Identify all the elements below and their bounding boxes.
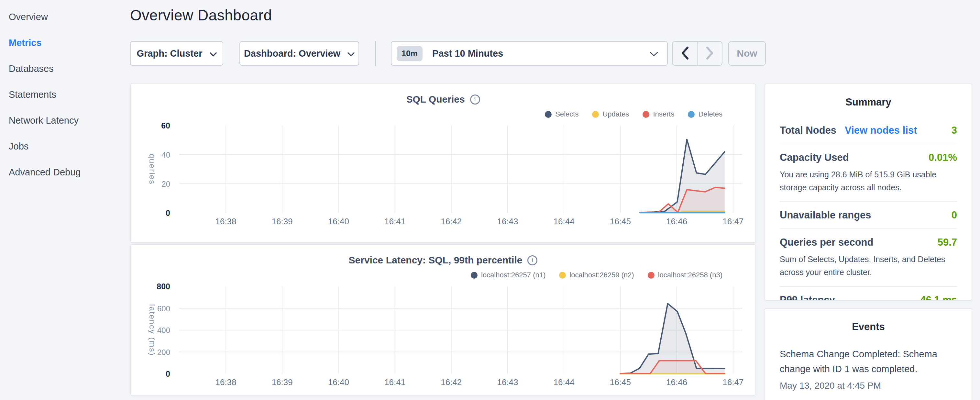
legend-label: Selects [555, 110, 579, 118]
time-prev-button[interactable] [673, 42, 697, 65]
chart-legend: localhost:26257 (n1) localhost:26259 (n2… [471, 271, 722, 279]
legend-dot [471, 272, 477, 279]
x-tick-label: 16:41 [384, 217, 406, 226]
legend-item-n2[interactable]: localhost:26259 (n2) [559, 271, 634, 279]
x-tick-label: 16:40 [328, 217, 349, 226]
events-title: Events [780, 321, 957, 333]
summary-label: P99 latency [780, 294, 835, 301]
y-tick-label: 800 [157, 282, 170, 291]
legend-item-selects[interactable]: Selects [545, 110, 579, 118]
x-tick-label: 16:43 [497, 377, 518, 387]
x-tick-label: 16:38 [215, 217, 236, 226]
chart-svg: 020406016:3816:3916:4016:4116:4216:4316:… [131, 84, 756, 242]
time-range-badge: 10m [397, 46, 423, 61]
y-tick-label: 0 [165, 209, 170, 217]
dashboard-dropdown[interactable]: Dashboard: Overview [239, 41, 359, 66]
dashboard-dropdown-label: Dashboard: Overview [244, 48, 340, 59]
y-tick-label: 600 [157, 304, 170, 313]
x-tick-label: 16:42 [441, 377, 462, 387]
y-tick-label: 0 [165, 369, 170, 378]
chart-header: Service Latency: SQL, 99th percentile i [131, 255, 756, 266]
time-next-button[interactable] [697, 42, 722, 65]
summary-value: 0 [951, 209, 957, 221]
summary-title: Summary [780, 96, 957, 108]
summary-subtext: Sum of Selects, Updates, Inserts, and De… [780, 253, 957, 279]
y-tick-label: 60 [161, 121, 170, 130]
sidebar-item-statements[interactable]: Statements [0, 81, 129, 107]
legend-dot [688, 111, 695, 118]
y-tick-label: 40 [161, 150, 170, 159]
sidebar-item-databases[interactable]: Databases [0, 56, 129, 81]
graph-dropdown[interactable]: Graph: Cluster [130, 41, 223, 66]
x-tick-label: 16:44 [554, 377, 574, 387]
controls-divider [375, 41, 376, 66]
chevron-right-icon [705, 46, 714, 61]
summary-row-total-nodes: Total Nodes View nodes list 3 [780, 117, 957, 144]
time-step-buttons [672, 41, 722, 66]
x-tick-label: 16:46 [666, 217, 687, 226]
legend-item-updates[interactable]: Updates [592, 110, 629, 118]
sidebar-item-network-latency[interactable]: Network Latency [0, 107, 129, 133]
summary-row-p99-latency: P99 latency 46.1 ms [780, 286, 957, 301]
legend-dot [545, 111, 552, 118]
sidebar-item-metrics[interactable]: Metrics [0, 30, 129, 56]
legend-label: Inserts [653, 110, 674, 118]
legend-item-n1[interactable]: localhost:26257 (n1) [471, 271, 546, 279]
chevron-down-icon [650, 48, 658, 59]
event-timestamp: May 13, 2020 at 4:45 PM [780, 381, 957, 391]
time-range-selector[interactable]: 10m Past 10 Minutes [391, 41, 668, 66]
legend-label: Deletes [698, 110, 722, 118]
service-latency-plot[interactable]: 020040060080016:3816:3916:4016:4116:4216… [131, 245, 756, 395]
sidebar-item-advanced-debug[interactable]: Advanced Debug [0, 159, 129, 185]
summary-subtext: You are using 28.6 MiB of 515.9 GiB usab… [780, 168, 957, 194]
info-icon[interactable]: i [470, 94, 480, 105]
chart-title: SQL Queries [406, 94, 465, 105]
summary-value: 0.01% [929, 152, 957, 163]
x-tick-label: 16:45 [610, 377, 631, 387]
legend-dot [592, 111, 599, 118]
y-axis-title: latency (ms) [148, 304, 157, 356]
y-axis-title: queries [148, 154, 157, 185]
legend-label: localhost:26257 (n1) [481, 271, 546, 279]
summary-label: Total Nodes [780, 124, 836, 136]
page-title: Overview Dashboard [130, 6, 272, 24]
x-tick-label: 16:40 [328, 377, 349, 387]
info-icon[interactable]: i [527, 255, 538, 265]
sidebar-item-overview[interactable]: Overview [0, 4, 129, 30]
x-tick-label: 16:42 [441, 217, 462, 226]
y-tick-label: 20 [161, 180, 170, 188]
summary-value: 46.1 ms [920, 294, 957, 301]
chart-legend: Selects Updates Inserts Deletes [545, 110, 722, 118]
legend-item-n3[interactable]: localhost:26258 (n3) [648, 271, 722, 279]
x-tick-label: 16:46 [666, 377, 687, 387]
legend-dot [648, 272, 654, 279]
summary-rows: Total Nodes View nodes list 3 Capacity U… [780, 117, 957, 301]
chart-svg: 020040060080016:3816:3916:4016:4116:4216… [131, 245, 756, 395]
legend-label: localhost:26259 (n2) [570, 271, 634, 279]
summary-label: Queries per second [780, 237, 873, 248]
graph-dropdown-label: Graph: Cluster [137, 48, 202, 59]
sql-queries-plot[interactable]: 020406016:3816:3916:4016:4116:4216:4316:… [131, 84, 756, 242]
chevron-left-icon [680, 46, 689, 61]
events-panel: Events Schema Change Completed: Schema c… [765, 308, 972, 400]
event-list-item[interactable]: Schema Change Completed: Schema change w… [780, 347, 957, 391]
x-tick-label: 16:38 [215, 377, 236, 387]
legend-dot [643, 111, 649, 118]
now-button[interactable]: Now [728, 41, 766, 66]
x-tick-label: 16:43 [497, 217, 518, 226]
chevron-down-icon [347, 48, 355, 59]
legend-item-inserts[interactable]: Inserts [643, 110, 674, 118]
cluster-summary-panel: Summary Total Nodes View nodes list 3 Ca… [765, 83, 972, 301]
x-tick-label: 16:44 [554, 217, 574, 226]
summary-label: Unavailable ranges [780, 209, 871, 221]
chart-header: SQL Queries i [131, 94, 756, 105]
view-nodes-list-link[interactable]: View nodes list [845, 124, 917, 136]
summary-row-queries-per-second: Queries per second 59.7 Sum of Selects, … [780, 228, 957, 286]
x-tick-label: 16:41 [384, 377, 406, 387]
sidebar: Overview Metrics Databases Statements Ne… [0, 4, 129, 185]
legend-item-deletes[interactable]: Deletes [688, 110, 722, 118]
summary-value: 3 [951, 124, 957, 136]
sidebar-item-jobs[interactable]: Jobs [0, 133, 129, 159]
summary-row-unavailable-ranges: Unavailable ranges 0 [780, 201, 957, 228]
legend-label: Updates [603, 110, 629, 118]
